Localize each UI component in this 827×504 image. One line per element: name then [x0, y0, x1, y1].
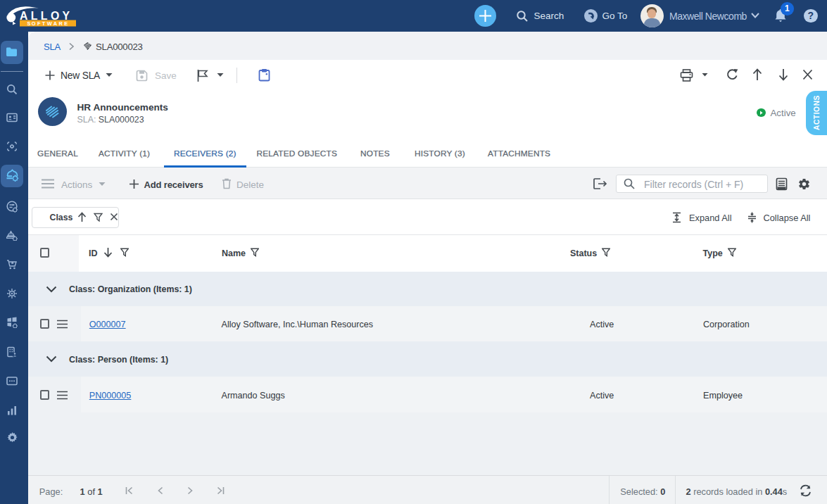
svg-text:ALLOY: ALLOY [20, 10, 73, 22]
